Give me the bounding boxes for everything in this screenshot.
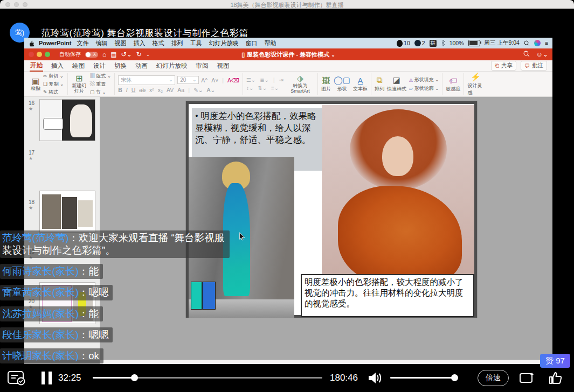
layout-button[interactable]: ▥ 版式 ⌄ xyxy=(90,73,112,80)
align-text-button[interactable]: ≡⌄ xyxy=(271,85,279,91)
menu-help[interactable]: 帮助 xyxy=(265,39,276,47)
menu-insert[interactable]: 插入 xyxy=(134,39,146,47)
tab-design[interactable]: 设计 xyxy=(93,61,106,71)
menu-view[interactable]: 视图 xyxy=(115,39,127,47)
strikethrough-button[interactable]: ab xyxy=(139,87,146,93)
menu-slideshow[interactable]: 幻灯片放映 xyxy=(209,39,239,47)
font-name-select[interactable]: 宋体⌄ xyxy=(118,75,175,85)
indent-more-button[interactable]: ⇥ xyxy=(279,77,283,83)
format-painter-button[interactable]: ✎ 格式 xyxy=(43,89,64,96)
menu-arrange[interactable]: 排列 xyxy=(171,39,183,47)
progress-knob[interactable] xyxy=(131,374,138,381)
share-button[interactable]: ⎗共享 xyxy=(491,61,516,71)
font-color-button[interactable]: A⌄ xyxy=(207,87,216,93)
shape-outline-button[interactable]: ▱ 形状轮廓 ⌄ xyxy=(409,85,439,92)
char-spacing-button[interactable]: AV xyxy=(167,87,174,93)
slide-bottom-textbox[interactable]: 明度差极小的色彩搭配，较大程度的减小了视觉的冲击力。往往用材料的变化拉大明度的视… xyxy=(301,274,474,317)
arrange-button[interactable]: ⧉排列 xyxy=(375,75,384,93)
slide-thumbnail-17[interactable] xyxy=(39,191,95,233)
design-ideas-button[interactable]: ⚡设计灵感 xyxy=(467,72,483,96)
menu-tools[interactable]: 工具 xyxy=(190,39,202,47)
menu-format[interactable]: 格式 xyxy=(153,39,164,47)
slide-20[interactable]: • 明度差小的色彩搭配，效果略显模糊，视觉缓和，给人以深沉、宁静，舒适、平稳之感… xyxy=(186,101,477,318)
volume-slider[interactable] xyxy=(390,377,457,379)
volume-knob[interactable] xyxy=(451,374,458,381)
like-count-badge[interactable]: 赞 97 xyxy=(540,354,570,368)
chat-message: 段佳乐家长(家长)：嗯嗯 xyxy=(0,327,113,342)
quick-styles-button[interactable]: ◪快速样式 xyxy=(387,75,406,93)
playback-speed-button[interactable]: 倍速 xyxy=(478,370,509,386)
apple-logo-icon[interactable] xyxy=(29,40,34,47)
volume-fill xyxy=(390,377,454,379)
rotate-screen-icon[interactable] xyxy=(518,370,535,386)
thumb17-photo1 xyxy=(42,194,61,229)
danmaku-toggle-icon[interactable] xyxy=(8,371,26,386)
tab-slideshow[interactable]: 幻灯片放映 xyxy=(156,61,188,71)
insert-shapes-button[interactable]: ◯▢形状 xyxy=(334,75,350,93)
input-method-icon[interactable]: 拼 xyxy=(430,40,437,47)
tab-draw[interactable]: 绘图 xyxy=(72,61,85,71)
tab-insert[interactable]: 插入 xyxy=(51,61,64,71)
like-button-icon[interactable] xyxy=(548,370,563,386)
underline-button[interactable]: U xyxy=(132,87,136,93)
volume-icon[interactable] xyxy=(368,371,383,385)
pause-button[interactable] xyxy=(42,372,52,384)
bluetooth-icon[interactable] xyxy=(441,40,445,46)
shrink-font-button[interactable]: A˅ xyxy=(211,77,218,83)
orange-ruffle-dress xyxy=(338,186,462,278)
insert-picture-button[interactable]: 🖽图片 xyxy=(321,76,331,93)
reset-button[interactable]: ▧ 重置 xyxy=(90,81,112,88)
tab-view[interactable]: 视图 xyxy=(217,61,230,71)
layout-icon: ▥ xyxy=(90,73,95,79)
grow-font-button[interactable]: A^ xyxy=(201,77,208,83)
sensitivity-button[interactable]: 🏷敏感度 xyxy=(446,76,460,93)
siri-icon[interactable] xyxy=(534,40,541,46)
shape-fill-button[interactable]: ◬ 形状填充 ⌄ xyxy=(409,76,439,83)
smartart-button[interactable]: ⬗转换为SmartArt xyxy=(286,74,314,94)
font-size-select[interactable]: 20⌄ xyxy=(177,76,199,84)
slide-thumbnail-16[interactable] xyxy=(39,99,95,141)
paste-button[interactable]: ▣粘贴 xyxy=(31,76,40,91)
spotlight-search-icon[interactable] xyxy=(524,40,530,46)
bold-button[interactable]: B xyxy=(118,87,122,93)
thumb17-photo2 xyxy=(62,197,78,229)
chat-message: 计晓玥家长(家长)：ok xyxy=(0,348,103,363)
chat-message: 雷童茜家长(家长)：嗯嗯 xyxy=(0,285,113,300)
tab-home[interactable]: 开始 xyxy=(30,60,43,72)
thumb16-callout xyxy=(43,118,63,130)
progress-bar[interactable] xyxy=(93,377,322,379)
clear-format-button[interactable]: A⌫ xyxy=(227,77,239,83)
change-case-button[interactable]: Aa xyxy=(177,87,184,93)
numbering-button[interactable]: ≣⌄ xyxy=(260,77,269,83)
new-slide-icon: ⊞ xyxy=(75,74,82,83)
subscript-button[interactable]: x₂ xyxy=(158,87,163,93)
shapes-icon: ◯▢ xyxy=(334,75,350,85)
window-titlebar: 18舞美（舞台影视服装设计与制作）群直播 xyxy=(0,0,574,9)
notify-status-icon[interactable]: 2 xyxy=(414,40,425,46)
menu-edit[interactable]: 编辑 xyxy=(96,39,108,47)
menubar-clock[interactable]: 周三 上午9:04 xyxy=(485,39,520,47)
menu-file[interactable]: 文件 xyxy=(77,39,89,47)
highlight-color-button[interactable]: ✎⌄ xyxy=(193,87,203,93)
insert-textbox-button[interactable]: A̲文本框 xyxy=(353,76,368,93)
section-button[interactable]: ▢ 节 ⌄ xyxy=(90,89,112,96)
text-direction-button[interactable]: ⇅⌄ xyxy=(258,85,267,91)
control-center-icon[interactable]: ≡ xyxy=(545,40,548,46)
tab-animations[interactable]: 动画 xyxy=(135,61,148,71)
tab-transitions[interactable]: 切换 xyxy=(114,61,127,71)
copy-button[interactable]: ❏ 复制 ⌄ xyxy=(43,81,64,88)
line-spacing-button[interactable]: ↕⌄ xyxy=(246,85,253,91)
new-slide-button[interactable]: ⊞新建幻灯片 xyxy=(71,74,87,94)
superscript-button[interactable]: x² xyxy=(149,87,154,93)
section-icon: ▢ xyxy=(90,89,95,95)
menubar-app-name[interactable]: PowerPoint xyxy=(39,40,72,46)
notify-count: 2 xyxy=(422,40,425,46)
chat-overlay: 范玲莺(范玲莺)：欢迎大家来观看直播 “舞台影视服装设计与制作之色彩篇”。 何雨… xyxy=(0,230,230,363)
qq-status-icon[interactable]: 10 xyxy=(397,40,410,47)
bullets-button[interactable]: ☰⌄ xyxy=(246,77,255,83)
menu-window[interactable]: 窗口 xyxy=(246,39,258,47)
tab-review[interactable]: 审阅 xyxy=(196,61,209,71)
cut-button[interactable]: ✂ 剪切 ⌄ xyxy=(43,73,64,80)
comments-button[interactable]: 🗩批注 xyxy=(521,61,547,71)
italic-button[interactable]: I xyxy=(126,87,128,93)
